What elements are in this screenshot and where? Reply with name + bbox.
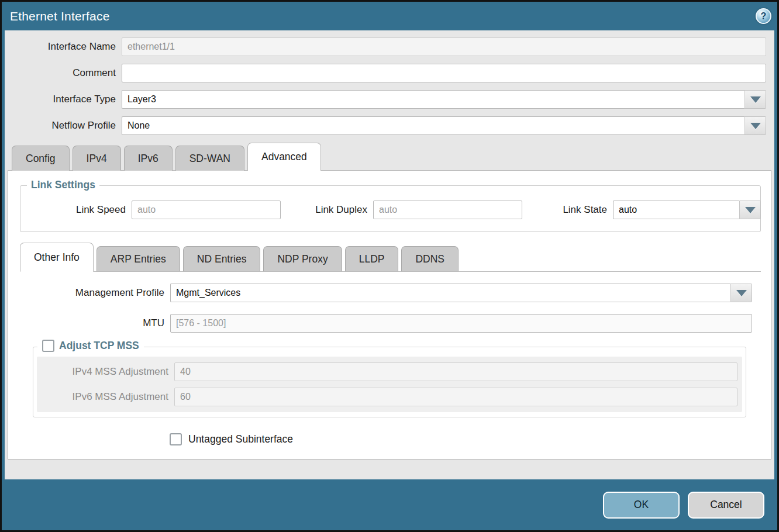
- adjust-tcp-mss-label: Adjust TCP MSS: [59, 340, 139, 352]
- management-profile-dropdown-button[interactable]: [731, 284, 752, 302]
- chevron-down-icon: [750, 96, 761, 103]
- inner-tabbar: Other Info ARP Entries ND Entries NDP Pr…: [20, 243, 761, 272]
- interface-type-value[interactable]: [122, 90, 745, 109]
- advanced-tab-panel: Link Settings Link Speed Link Duplex Lin…: [8, 170, 771, 460]
- tab-lldp[interactable]: LLDP: [345, 246, 399, 271]
- link-state-value[interactable]: [613, 201, 740, 219]
- interface-type-dropdown-button[interactable]: [745, 90, 766, 109]
- untagged-subinterface-row: Untagged Subinterface: [170, 433, 771, 445]
- link-duplex-label: Link Duplex: [309, 204, 373, 216]
- adjust-tcp-mss-checkbox[interactable]: [42, 340, 54, 352]
- untagged-subinterface-checkbox[interactable]: [170, 433, 182, 445]
- ipv6-mss-field: [174, 388, 737, 406]
- help-icon[interactable]: ?: [756, 8, 771, 24]
- mtu-field[interactable]: [170, 314, 752, 333]
- chevron-down-icon: [750, 123, 761, 129]
- dialog-title: Ethernet Interface: [10, 9, 110, 23]
- link-settings-legend: Link Settings: [27, 179, 99, 191]
- ipv6-mss-label: IPv6 MSS Adjustment: [37, 391, 174, 403]
- link-duplex-group: Link Duplex: [309, 201, 522, 219]
- main-tabbar: Config IPv4 IPv6 SD-WAN Advanced: [5, 143, 774, 171]
- cancel-button[interactable]: Cancel: [688, 492, 764, 519]
- link-settings-fieldset: Link Settings Link Speed Link Duplex Lin…: [20, 185, 761, 232]
- tab-sdwan[interactable]: SD-WAN: [175, 146, 244, 171]
- interface-name-label: Interface Name: [5, 41, 122, 53]
- chevron-down-icon: [736, 290, 747, 296]
- interface-name-field: [122, 37, 766, 56]
- tab-ipv4[interactable]: IPv4: [73, 146, 121, 171]
- ok-button[interactable]: OK: [603, 492, 680, 519]
- comment-field[interactable]: [122, 64, 766, 82]
- untagged-subinterface-label: Untagged Subinterface: [188, 433, 293, 445]
- management-profile-value[interactable]: [170, 284, 731, 302]
- tab-config[interactable]: Config: [12, 146, 70, 171]
- tab-advanced[interactable]: Advanced: [247, 143, 321, 171]
- netflow-profile-value[interactable]: [122, 116, 745, 135]
- ethernet-interface-dialog: Ethernet Interface ? Interface Name Comm…: [0, 0, 779, 532]
- link-duplex-field[interactable]: [373, 201, 522, 219]
- interface-name-row: Interface Name: [5, 37, 766, 56]
- chevron-down-icon: [745, 207, 756, 213]
- netflow-profile-row: Netflow Profile: [5, 116, 766, 135]
- netflow-profile-dropdown-button[interactable]: [745, 116, 766, 135]
- adjust-tcp-mss-toggle[interactable]: Adjust TCP MSS: [37, 340, 144, 352]
- management-profile-label: Management Profile: [8, 287, 170, 299]
- tab-nd-entries[interactable]: ND Entries: [183, 246, 261, 271]
- mtu-row: MTU: [8, 314, 752, 333]
- ipv6-mss-row: IPv6 MSS Adjustment: [37, 388, 737, 406]
- interface-type-label: Interface Type: [5, 94, 122, 105]
- link-speed-field[interactable]: [132, 201, 281, 219]
- interface-type-dropdown[interactable]: [122, 90, 766, 109]
- link-settings-row: Link Speed Link Duplex Link State: [20, 186, 760, 219]
- tab-ddns[interactable]: DDNS: [401, 246, 459, 271]
- link-state-group: Link State: [559, 201, 761, 219]
- footer-bar: OK Cancel: [2, 479, 777, 530]
- mss-disabled-panel: IPv4 MSS Adjustment IPv6 MSS Adjustment: [37, 357, 742, 412]
- link-state-dropdown-button[interactable]: [740, 201, 761, 219]
- comment-row: Comment: [5, 64, 766, 82]
- link-state-label: Link State: [559, 204, 613, 216]
- ipv4-mss-field: [174, 362, 737, 381]
- link-state-dropdown[interactable]: [613, 201, 761, 219]
- dialog-body: Interface Name Comment Interface Type Ne…: [5, 30, 774, 479]
- netflow-profile-dropdown[interactable]: [122, 116, 766, 135]
- interface-type-row: Interface Type: [5, 90, 766, 109]
- tab-ndp-proxy[interactable]: NDP Proxy: [263, 246, 342, 271]
- management-profile-row: Management Profile: [8, 284, 752, 302]
- title-bar: Ethernet Interface ?: [2, 2, 777, 30]
- comment-label: Comment: [5, 67, 122, 79]
- netflow-profile-label: Netflow Profile: [5, 120, 122, 132]
- tab-other-info[interactable]: Other Info: [20, 243, 94, 272]
- tab-arp-entries[interactable]: ARP Entries: [96, 246, 180, 271]
- adjust-tcp-mss-fieldset: Adjust TCP MSS IPv4 MSS Adjustment IPv6 …: [33, 347, 746, 417]
- link-speed-label: Link Speed: [47, 204, 132, 216]
- ipv4-mss-label: IPv4 MSS Adjustment: [37, 366, 174, 378]
- tab-ipv6[interactable]: IPv6: [124, 146, 173, 171]
- mtu-label: MTU: [8, 317, 170, 329]
- link-speed-group: Link Speed: [47, 201, 281, 219]
- management-profile-dropdown[interactable]: [170, 284, 752, 302]
- ipv4-mss-row: IPv4 MSS Adjustment: [37, 362, 737, 381]
